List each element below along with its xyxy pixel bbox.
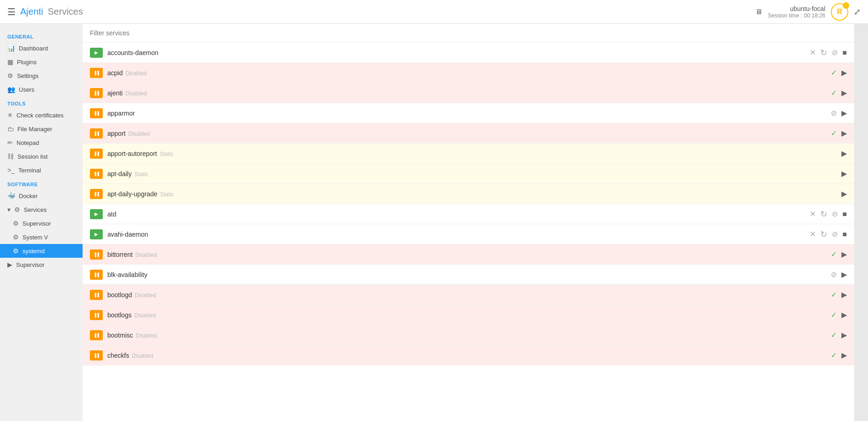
service-status-btn-apt-daily-upgrade[interactable]: ❚❚ <box>90 189 103 199</box>
restart-icon[interactable]: ↻ <box>820 229 827 239</box>
sidebar-item-terminal[interactable]: >_ Terminal <box>0 163 83 177</box>
restart-icon[interactable]: ↻ <box>820 48 827 58</box>
service-status-btn-acpid[interactable]: ❚❚ <box>90 68 103 78</box>
disable-icon[interactable]: ⊘ <box>831 109 837 117</box>
service-row: ▶atd✕↻⊘■ <box>83 204 854 224</box>
disable-icon[interactable]: ⊘ <box>832 48 838 57</box>
sidebar-item-docker[interactable]: 🐳 Docker <box>0 189 83 203</box>
sidebar-label-supervisor: Supervisor <box>22 220 51 227</box>
service-name-atd: atd <box>107 210 810 218</box>
sidebar-item-file-manager[interactable]: 🗀 File Manager <box>0 122 83 136</box>
start-icon[interactable]: ▶ <box>841 310 847 319</box>
enable-icon[interactable]: ✓ <box>831 310 837 319</box>
service-actions-checkfs: ✓▶ <box>831 351 847 360</box>
kill-icon[interactable]: ✕ <box>810 48 816 57</box>
services-arrow-icon: ▾ <box>7 206 11 213</box>
users-icon: 👥 <box>7 86 15 93</box>
sidebar-label-system-v: System V <box>22 234 48 241</box>
service-actions-acpid: ✓▶ <box>831 68 847 77</box>
service-label-apport: Disabled <box>128 131 150 137</box>
service-status-btn-bootlogs[interactable]: ❚❚ <box>90 310 103 320</box>
service-status-btn-accounts-daemon[interactable]: ▶ <box>90 48 103 58</box>
start-icon[interactable]: ▶ <box>841 89 847 97</box>
service-label-bittorrent: Disabled <box>135 252 157 258</box>
service-label-ajenti: Disabled <box>125 90 147 97</box>
stop-icon[interactable]: ■ <box>842 49 847 57</box>
sidebar-item-settings[interactable]: ⚙ Settings <box>0 69 83 83</box>
start-icon[interactable]: ▶ <box>841 331 847 339</box>
service-label-bootlogd: Disabled <box>135 292 156 299</box>
service-status-btn-blk-availability[interactable]: ❚❚ <box>90 270 103 280</box>
start-icon[interactable]: ▶ <box>841 250 847 259</box>
service-status-btn-apparmor[interactable]: ❚❚ <box>90 108 103 118</box>
terminal-icon: >_ <box>7 166 15 174</box>
kill-icon[interactable]: ✕ <box>810 210 816 218</box>
disable-icon[interactable]: ⊘ <box>832 230 838 238</box>
service-status-btn-apt-daily[interactable]: ❚❚ <box>90 169 103 179</box>
host-name: ubuntu-focal <box>768 5 825 12</box>
start-icon[interactable]: ▶ <box>841 351 847 360</box>
sidebar-item-supervisor[interactable]: ⚙ Supervisor <box>0 216 83 230</box>
sidebar-item-session-list[interactable]: ⛓ Session list <box>0 150 83 163</box>
service-status-btn-bootmisc[interactable]: ❚❚ <box>90 330 103 340</box>
start-icon[interactable]: ▶ <box>841 189 847 198</box>
start-icon[interactable]: ▶ <box>841 290 847 299</box>
service-status-btn-bootlogd[interactable]: ❚❚ <box>90 290 103 300</box>
restart-icon[interactable]: ↻ <box>820 209 827 219</box>
service-row: ❚❚acpidDisabled✓▶ <box>83 63 854 83</box>
service-row: ❚❚bootlogsDisabled✓▶ <box>83 305 854 325</box>
service-status-btn-apport[interactable]: ❚❚ <box>90 128 103 138</box>
enable-icon[interactable]: ✓ <box>831 68 837 77</box>
filter-input[interactable] <box>90 29 847 37</box>
sidebar-item-users[interactable]: 👥 Users <box>0 83 83 96</box>
enable-icon[interactable]: ✓ <box>831 331 837 339</box>
sidebar-item-supervisor2[interactable]: ▶ Supervisor <box>0 258 83 271</box>
service-name-accounts-daemon: accounts-daemon <box>107 49 810 56</box>
start-icon[interactable]: ▶ <box>841 68 847 77</box>
expand-button[interactable]: ⤢ <box>854 7 861 17</box>
kill-icon[interactable]: ✕ <box>810 230 816 238</box>
sidebar-item-dashboard[interactable]: 📊 Dashboard <box>0 41 83 55</box>
hamburger-button[interactable]: ☰ <box>7 6 16 17</box>
start-icon[interactable]: ▶ <box>841 129 847 138</box>
start-icon[interactable]: ▶ <box>841 169 847 178</box>
session-time: Session time : 00:18:26 <box>768 12 825 19</box>
service-actions-bootlogd: ✓▶ <box>831 290 847 299</box>
start-icon[interactable]: ▶ <box>841 270 847 279</box>
service-status-btn-atd[interactable]: ▶ <box>90 209 103 219</box>
service-status-btn-ajenti[interactable]: ❚❚ <box>90 88 103 98</box>
service-name-bootmisc: bootmiscDisabled <box>107 332 831 339</box>
service-status-btn-avahi-daemon[interactable]: ▶ <box>90 229 103 239</box>
sidebar-item-systemd[interactable]: ⚙ systemd <box>0 244 83 258</box>
filter-bar <box>83 24 854 43</box>
enable-icon[interactable]: ✓ <box>831 129 837 138</box>
disable-icon[interactable]: ⊘ <box>832 210 838 218</box>
start-icon[interactable]: ▶ <box>841 109 847 117</box>
host-info: ubuntu-focal Session time : 00:18:26 <box>768 5 825 19</box>
topbar-right: 🖥 ubuntu-focal Session time : 00:18:26 R… <box>755 3 861 21</box>
enable-icon[interactable]: ✓ <box>831 351 837 360</box>
sidebar-item-system-v[interactable]: ⚙ System V <box>0 230 83 244</box>
service-label-apport-autoreport: Static <box>160 151 173 157</box>
disable-icon[interactable]: ⊘ <box>831 270 837 279</box>
sidebar-item-check-certificates[interactable]: ✳ Check certificates <box>0 108 83 122</box>
sidebar-item-services[interactable]: ▾ ⚙ Services <box>0 203 83 216</box>
service-status-btn-bittorrent[interactable]: ❚❚ <box>90 249 103 260</box>
service-row: ▶accounts-daemon✕↻⊘■ <box>83 43 854 63</box>
section-general: GENERAL <box>0 29 83 41</box>
stop-icon[interactable]: ■ <box>842 230 847 238</box>
service-row: ❚❚bootlogdDisabled✓▶ <box>83 285 854 305</box>
service-row: ❚❚apportDisabled✓▶ <box>83 123 854 144</box>
user-avatar[interactable]: R ↑ <box>831 3 848 21</box>
start-icon[interactable]: ▶ <box>841 149 847 158</box>
sidebar-item-plugins[interactable]: ▦ Plugins <box>0 55 83 69</box>
stop-icon[interactable]: ■ <box>842 210 847 218</box>
enable-icon[interactable]: ✓ <box>831 290 837 299</box>
service-name-bootlogs: bootlogsDisabled <box>107 311 831 319</box>
service-status-btn-apport-autoreport[interactable]: ❚❚ <box>90 149 103 159</box>
enable-icon[interactable]: ✓ <box>831 250 837 259</box>
enable-icon[interactable]: ✓ <box>831 89 837 97</box>
service-status-btn-checkfs[interactable]: ❚❚ <box>90 350 103 360</box>
sidebar-item-notepad[interactable]: ✏ Notepad <box>0 136 83 150</box>
service-row: ❚❚ajentiDisabled✓▶ <box>83 83 854 103</box>
